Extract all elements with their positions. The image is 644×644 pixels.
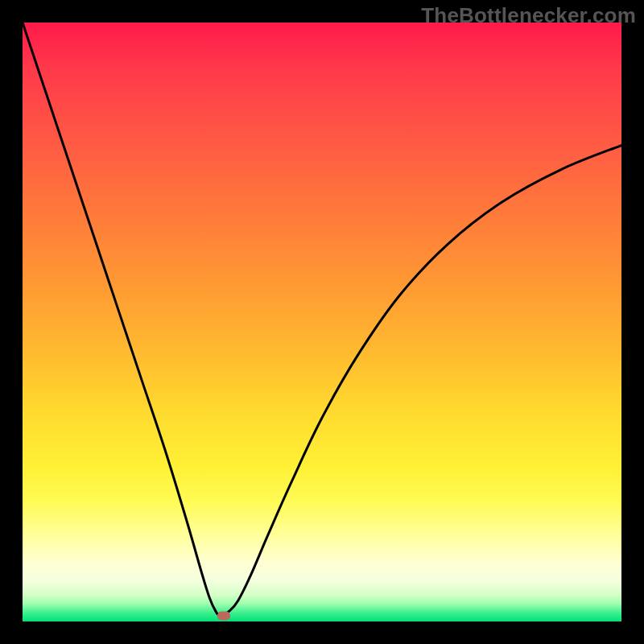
optimal-point-marker [217,611,230,620]
bottleneck-curve [23,23,621,616]
attribution-label: TheBottlenecker.com [421,3,636,28]
curve-layer [23,23,621,621]
chart-frame: TheBottlenecker.com [0,0,644,644]
plot-area [23,23,621,621]
